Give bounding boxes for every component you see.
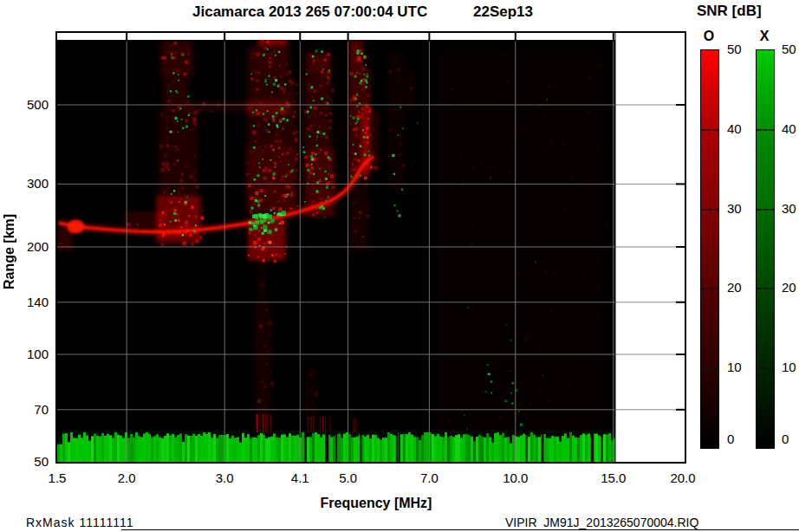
colorbar-tick-dash <box>701 129 718 131</box>
colorbar-tick-label-o: 30 <box>727 202 751 216</box>
colorbar-tick-dash <box>701 288 718 289</box>
colorbar-tick-label-o: 20 <box>727 281 751 295</box>
x-tick-label: 15.0 <box>593 470 634 485</box>
colorbar-tick-label-x: 40 <box>782 122 799 136</box>
colorbar-tick-dash <box>701 367 718 369</box>
plot-area <box>55 31 686 464</box>
colorbar-tick-label-x: 20 <box>782 281 799 295</box>
x-tick-label: 1.5 <box>36 470 78 485</box>
colorbar-tick-dash <box>757 129 774 131</box>
plot-title: Jicamarca 2013 265 07:00:04 UTC <box>192 3 427 21</box>
colorbar-tick-label-x: 50 <box>782 42 799 56</box>
ionogram-canvas <box>57 33 685 462</box>
footer-filename: VIPIR JM91J_2013265070004.RIQ <box>505 516 698 529</box>
colorbar-tick-label-o: 50 <box>727 42 751 56</box>
y-tick-label: 100 <box>10 347 49 362</box>
o-mode-colorbar <box>700 49 719 449</box>
colorbar-tick-label-o: 40 <box>727 122 751 136</box>
x-tick-label: 20.0 <box>662 470 704 485</box>
x-tick-label: 2.0 <box>106 470 147 485</box>
colorbar-tick-dash <box>701 209 718 211</box>
colorbar-tick-label-o: 0 <box>727 432 751 446</box>
x-mode-label: X <box>755 29 774 44</box>
y-tick-label: 140 <box>10 295 49 310</box>
x-tick-label: 4.1 <box>279 470 321 485</box>
o-mode-label: O <box>699 29 718 44</box>
x-tick-label: 3.0 <box>204 470 245 485</box>
x-mode-colorbar <box>756 49 775 449</box>
colorbar-tick-label-x: 10 <box>782 360 799 374</box>
colorbar-tick-dash <box>757 288 774 289</box>
footer-rule <box>121 529 799 530</box>
colorbar-tick-dash <box>757 367 774 369</box>
plot-date: 22Sep13 <box>473 3 533 21</box>
x-axis-title: Frequency [MHz] <box>302 496 451 511</box>
y-tick-label: 50 <box>10 454 49 470</box>
ionogram-figure: Jicamarca 2013 265 07:00:04 UTC 22Sep13 … <box>0 0 799 532</box>
y-tick-label: 500 <box>10 97 49 113</box>
x-tick-label: 10.0 <box>495 470 536 485</box>
colorbar-tick-label-o: 10 <box>727 360 751 374</box>
y-tick-label: 300 <box>10 176 49 191</box>
x-tick-label: 7.0 <box>408 470 450 485</box>
colorbar-tick-label-x: 30 <box>782 202 799 216</box>
snr-colorbar-title: SNR [dB] <box>697 3 762 20</box>
footer-rxmask: RxMask 11111111 <box>26 516 133 529</box>
colorbar-tick-dash <box>757 209 774 211</box>
x-tick-label: 5.0 <box>328 470 369 485</box>
y-tick-label: 200 <box>10 239 49 255</box>
colorbar-tick-label-x: 0 <box>782 432 799 446</box>
y-tick-label: 70 <box>10 402 49 418</box>
